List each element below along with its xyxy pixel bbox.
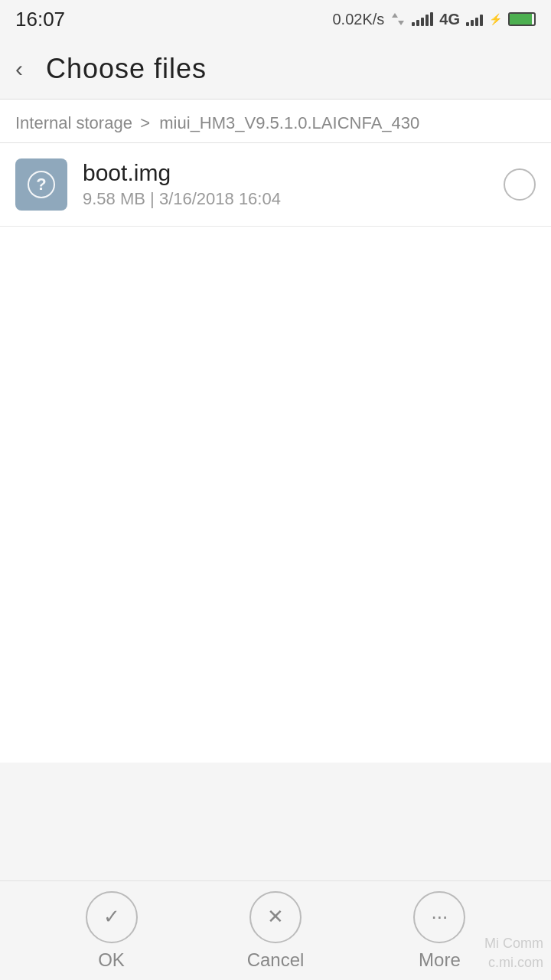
signal-bars-icon xyxy=(412,12,433,26)
back-button[interactable]: ‹ xyxy=(15,52,31,86)
svg-marker-1 xyxy=(398,21,404,25)
file-type-icon: ? xyxy=(15,158,67,211)
battery-icon xyxy=(508,12,536,26)
status-time: 16:07 xyxy=(15,8,65,31)
file-info: boot.img 9.58 MB | 3/16/2018 16:04 xyxy=(83,160,488,209)
file-list: ? boot.img 9.58 MB | 3/16/2018 16:04 xyxy=(0,143,551,227)
signal-bars-2-icon xyxy=(466,12,483,26)
file-meta: 9.58 MB | 3/16/2018 16:04 xyxy=(83,189,488,209)
watermark-line1: Mi Comm xyxy=(484,934,543,953)
status-right: 0.02K/s 4G ⚡ xyxy=(332,11,536,28)
watermark-line2: c.mi.com xyxy=(484,953,543,972)
network-speed: 0.02K/s xyxy=(332,11,384,28)
page-title: Choose files xyxy=(46,53,207,85)
top-bar: ‹ Choose files xyxy=(0,38,551,100)
file-name: boot.img xyxy=(83,160,488,186)
network-arrows-icon xyxy=(390,11,406,27)
breadcrumb-root[interactable]: Internal storage xyxy=(15,113,132,132)
breadcrumb-current[interactable]: miui_HM3_V9.5.1.0.LAICNFA_430 xyxy=(159,113,419,132)
ok-button[interactable]: ✓ OK xyxy=(86,891,138,971)
more-button[interactable]: ··· More xyxy=(413,891,465,971)
breadcrumb-separator: > xyxy=(140,113,155,132)
watermark: Mi Comm c.mi.com xyxy=(484,934,543,972)
ok-circle: ✓ xyxy=(86,891,138,943)
cancel-label: Cancel xyxy=(247,949,305,971)
charging-icon: ⚡ xyxy=(489,13,502,25)
file-meta-sep: | xyxy=(150,189,159,208)
status-bar: 16:07 0.02K/s 4G ⚡ xyxy=(0,0,551,38)
more-label: More xyxy=(419,949,461,971)
bottom-bar: ✓ OK ✕ Cancel ··· More xyxy=(0,880,551,980)
empty-area xyxy=(0,227,551,763)
file-size: 9.58 MB xyxy=(83,189,145,208)
file-unknown-icon: ? xyxy=(28,171,55,198)
cancel-icon: ✕ xyxy=(267,905,284,929)
ok-icon: ✓ xyxy=(103,905,120,929)
svg-marker-0 xyxy=(392,13,398,18)
cancel-button[interactable]: ✕ Cancel xyxy=(247,891,305,971)
file-item[interactable]: ? boot.img 9.58 MB | 3/16/2018 16:04 xyxy=(0,143,551,227)
cancel-circle: ✕ xyxy=(249,891,302,943)
file-select-checkbox[interactable] xyxy=(504,168,536,201)
breadcrumb: Internal storage > miui_HM3_V9.5.1.0.LAI… xyxy=(0,100,551,143)
file-date: 3/16/2018 16:04 xyxy=(159,189,281,208)
ok-label: OK xyxy=(98,949,125,971)
network-type: 4G xyxy=(439,11,460,28)
more-icon: ··· xyxy=(432,905,448,929)
more-circle: ··· xyxy=(413,891,465,943)
